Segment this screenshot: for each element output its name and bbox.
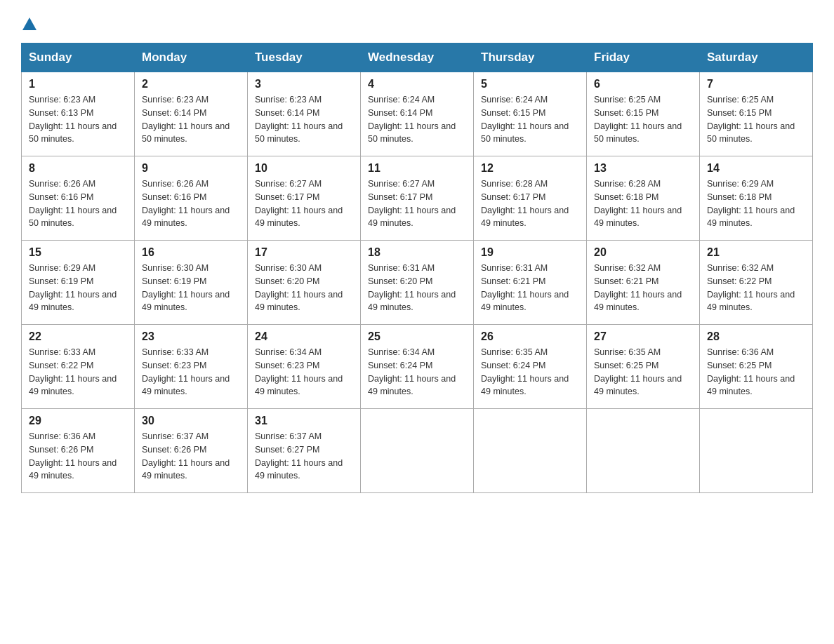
day-number: 27 [594,330,692,343]
day-info: Sunrise: 6:36 AM Sunset: 6:25 PM Dayligh… [707,346,805,398]
day-info: Sunrise: 6:29 AM Sunset: 6:18 PM Dayligh… [707,177,805,230]
calendar-cell: 19 Sunrise: 6:31 AM Sunset: 6:21 PM Dayl… [474,241,587,325]
day-number: 30 [142,415,240,427]
calendar-cell: 2 Sunrise: 6:23 AM Sunset: 6:14 PM Dayli… [135,72,248,156]
day-number: 16 [142,246,240,259]
day-number: 5 [481,78,579,90]
day-info: Sunrise: 6:37 AM Sunset: 6:27 PM Dayligh… [255,430,353,483]
calendar-cell: 16 Sunrise: 6:30 AM Sunset: 6:19 PM Dayl… [135,241,248,325]
calendar-cell [587,409,700,493]
calendar-cell: 8 Sunrise: 6:26 AM Sunset: 6:16 PM Dayli… [22,156,135,241]
day-info: Sunrise: 6:25 AM Sunset: 6:15 PM Dayligh… [707,93,805,146]
day-number: 17 [255,246,353,259]
day-number: 31 [255,415,353,427]
calendar-header-row: SundayMondayTuesdayWednesdayThursdayFrid… [22,43,813,72]
day-info: Sunrise: 6:24 AM Sunset: 6:15 PM Dayligh… [481,93,579,146]
week-row-5: 29 Sunrise: 6:36 AM Sunset: 6:26 PM Dayl… [22,409,813,493]
day-number: 23 [142,330,240,343]
calendar-cell: 5 Sunrise: 6:24 AM Sunset: 6:15 PM Dayli… [474,72,587,156]
weekday-header-tuesday: Tuesday [248,43,361,72]
day-number: 4 [368,78,466,90]
day-info: Sunrise: 6:30 AM Sunset: 6:19 PM Dayligh… [142,262,240,314]
calendar-cell: 12 Sunrise: 6:28 AM Sunset: 6:17 PM Dayl… [474,156,587,241]
calendar-cell: 26 Sunrise: 6:35 AM Sunset: 6:24 PM Dayl… [474,325,587,409]
weekday-header-friday: Friday [587,43,700,72]
calendar-cell: 11 Sunrise: 6:27 AM Sunset: 6:17 PM Dayl… [361,156,474,241]
day-info: Sunrise: 6:23 AM Sunset: 6:13 PM Dayligh… [29,93,127,146]
day-number: 7 [707,78,805,90]
day-info: Sunrise: 6:31 AM Sunset: 6:20 PM Dayligh… [368,262,466,314]
calendar-cell: 24 Sunrise: 6:34 AM Sunset: 6:23 PM Dayl… [248,325,361,409]
day-info: Sunrise: 6:24 AM Sunset: 6:14 PM Dayligh… [368,93,466,146]
calendar-cell [361,409,474,493]
calendar-table: SundayMondayTuesdayWednesdayThursdayFrid… [21,43,813,493]
day-number: 13 [594,162,692,175]
calendar-cell: 25 Sunrise: 6:34 AM Sunset: 6:24 PM Dayl… [361,325,474,409]
calendar-cell: 14 Sunrise: 6:29 AM Sunset: 6:18 PM Dayl… [700,156,813,241]
week-row-2: 8 Sunrise: 6:26 AM Sunset: 6:16 PM Dayli… [22,156,813,241]
day-info: Sunrise: 6:28 AM Sunset: 6:18 PM Dayligh… [594,177,692,230]
calendar-cell: 21 Sunrise: 6:32 AM Sunset: 6:22 PM Dayl… [700,241,813,325]
calendar-cell: 4 Sunrise: 6:24 AM Sunset: 6:14 PM Dayli… [361,72,474,156]
calendar-cell: 9 Sunrise: 6:26 AM Sunset: 6:16 PM Dayli… [135,156,248,241]
week-row-4: 22 Sunrise: 6:33 AM Sunset: 6:22 PM Dayl… [22,325,813,409]
day-number: 10 [255,162,353,175]
day-number: 1 [29,78,127,90]
day-number: 6 [594,78,692,90]
calendar-cell: 3 Sunrise: 6:23 AM Sunset: 6:14 PM Dayli… [248,72,361,156]
weekday-header-saturday: Saturday [700,43,813,72]
calendar-cell: 15 Sunrise: 6:29 AM Sunset: 6:19 PM Dayl… [22,241,135,325]
calendar-cell: 18 Sunrise: 6:31 AM Sunset: 6:20 PM Dayl… [361,241,474,325]
day-info: Sunrise: 6:30 AM Sunset: 6:20 PM Dayligh… [255,262,353,314]
day-number: 28 [707,330,805,343]
day-info: Sunrise: 6:23 AM Sunset: 6:14 PM Dayligh… [142,93,240,146]
day-number: 11 [368,162,466,175]
calendar-cell: 7 Sunrise: 6:25 AM Sunset: 6:15 PM Dayli… [700,72,813,156]
day-number: 14 [707,162,805,175]
logo [21,14,38,30]
calendar-cell: 1 Sunrise: 6:23 AM Sunset: 6:13 PM Dayli… [22,72,135,156]
day-number: 2 [142,78,240,90]
calendar-cell: 28 Sunrise: 6:36 AM Sunset: 6:25 PM Dayl… [700,325,813,409]
weekday-header-sunday: Sunday [22,43,135,72]
calendar-cell: 17 Sunrise: 6:30 AM Sunset: 6:20 PM Dayl… [248,241,361,325]
day-number: 29 [29,415,127,427]
calendar-cell: 10 Sunrise: 6:27 AM Sunset: 6:17 PM Dayl… [248,156,361,241]
calendar-cell [474,409,587,493]
day-info: Sunrise: 6:35 AM Sunset: 6:25 PM Dayligh… [594,346,692,398]
day-number: 18 [368,246,466,259]
day-number: 19 [481,246,579,259]
logo-triangle-icon [22,18,37,30]
day-info: Sunrise: 6:32 AM Sunset: 6:22 PM Dayligh… [707,262,805,314]
day-info: Sunrise: 6:33 AM Sunset: 6:23 PM Dayligh… [142,346,240,398]
day-info: Sunrise: 6:25 AM Sunset: 6:15 PM Dayligh… [594,93,692,146]
calendar-cell: 27 Sunrise: 6:35 AM Sunset: 6:25 PM Dayl… [587,325,700,409]
day-info: Sunrise: 6:27 AM Sunset: 6:17 PM Dayligh… [255,177,353,230]
calendar-cell: 30 Sunrise: 6:37 AM Sunset: 6:26 PM Dayl… [135,409,248,493]
calendar-cell: 23 Sunrise: 6:33 AM Sunset: 6:23 PM Dayl… [135,325,248,409]
week-row-1: 1 Sunrise: 6:23 AM Sunset: 6:13 PM Dayli… [22,72,813,156]
day-info: Sunrise: 6:23 AM Sunset: 6:14 PM Dayligh… [255,93,353,146]
day-info: Sunrise: 6:32 AM Sunset: 6:21 PM Dayligh… [594,262,692,314]
calendar-cell: 22 Sunrise: 6:33 AM Sunset: 6:22 PM Dayl… [22,325,135,409]
day-info: Sunrise: 6:26 AM Sunset: 6:16 PM Dayligh… [142,177,240,230]
calendar-cell [700,409,813,493]
day-number: 25 [368,330,466,343]
day-number: 8 [29,162,127,175]
day-info: Sunrise: 6:28 AM Sunset: 6:17 PM Dayligh… [481,177,579,230]
day-number: 12 [481,162,579,175]
day-info: Sunrise: 6:34 AM Sunset: 6:24 PM Dayligh… [368,346,466,398]
day-info: Sunrise: 6:37 AM Sunset: 6:26 PM Dayligh… [142,430,240,483]
day-number: 26 [481,330,579,343]
day-number: 20 [594,246,692,259]
day-info: Sunrise: 6:35 AM Sunset: 6:24 PM Dayligh… [481,346,579,398]
day-info: Sunrise: 6:26 AM Sunset: 6:16 PM Dayligh… [29,177,127,230]
week-row-3: 15 Sunrise: 6:29 AM Sunset: 6:19 PM Dayl… [22,241,813,325]
calendar-cell: 31 Sunrise: 6:37 AM Sunset: 6:27 PM Dayl… [248,409,361,493]
page-header [21,14,813,30]
calendar-cell: 20 Sunrise: 6:32 AM Sunset: 6:21 PM Dayl… [587,241,700,325]
day-info: Sunrise: 6:34 AM Sunset: 6:23 PM Dayligh… [255,346,353,398]
day-number: 24 [255,330,353,343]
day-info: Sunrise: 6:29 AM Sunset: 6:19 PM Dayligh… [29,262,127,314]
day-number: 15 [29,246,127,259]
